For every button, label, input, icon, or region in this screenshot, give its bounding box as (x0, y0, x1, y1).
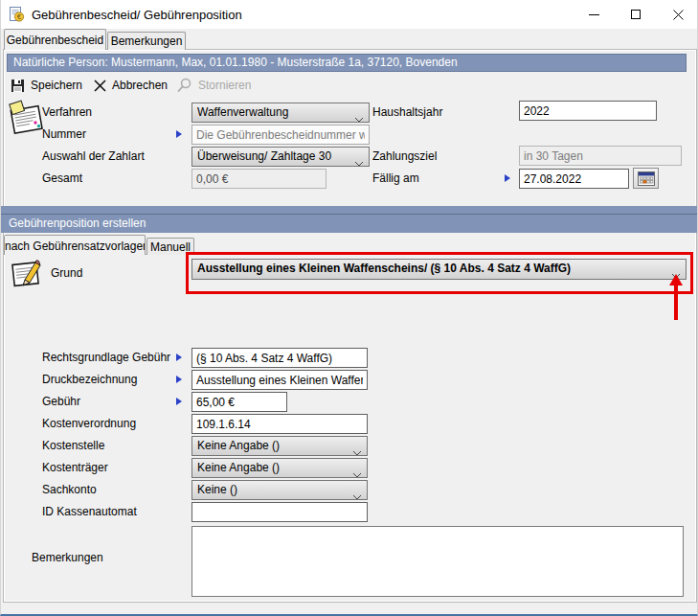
druckbezeichnung-label: Druckbezeichnung (42, 373, 137, 386)
tab-nach-gebuehrensatzvorlagen[interactable]: nach Gebührensatzvorlagen (4, 235, 146, 255)
blue-right-arrow-marker (176, 130, 182, 138)
rechtsgrundlage-field[interactable] (191, 348, 368, 368)
storno-button[interactable]: Stornieren (173, 75, 255, 96)
blue-right-arrow-marker (176, 354, 182, 361)
section-divider-strip (1, 206, 698, 215)
notepad-pencil-icon (9, 255, 45, 295)
tab-bemerkungen[interactable]: Bemerkungen (107, 32, 186, 50)
save-label: Speichern (31, 79, 82, 92)
tab-label: Manuell (150, 240, 191, 254)
zahlart-value: Überweisung/ Zahltage 30 (197, 149, 331, 163)
zahlart-combobox[interactable]: Überweisung/ Zahltage 30 (191, 147, 370, 167)
app-window: € Gebührenbescheid/ Gebührenposition Geb… (0, 0, 698, 616)
window-title: Gebührenbescheid/ Gebührenposition (32, 8, 242, 22)
nummer-label: Nummer (42, 127, 86, 141)
title-bar: € Gebührenbescheid/ Gebührenposition (1, 0, 697, 29)
chevron-down-icon (352, 466, 362, 478)
person-header-bar: Natürliche Person: Mustermann, Max, 01.0… (7, 54, 687, 72)
minimize-icon (589, 10, 599, 20)
minimize-button[interactable] (573, 0, 615, 29)
close-button[interactable] (657, 0, 698, 29)
gebuehr-field[interactable] (191, 392, 287, 412)
sachkonto-label: Sachkonto (42, 483, 97, 496)
cancel-label: Abbrechen (112, 79, 168, 92)
save-button[interactable]: Speichern (7, 75, 86, 96)
kostentraeger-combobox[interactable]: Keine Angabe () (191, 458, 368, 478)
sachkonto-combobox[interactable]: Keine () (191, 480, 368, 500)
id-kassenautomat-field[interactable] (191, 502, 368, 522)
x-icon (94, 80, 106, 92)
blue-right-arrow-marker (176, 398, 182, 405)
euro-document-icon: € (9, 7, 25, 26)
blue-right-arrow-marker (505, 174, 510, 182)
calendar-icon (638, 171, 655, 186)
svg-text:€: € (17, 12, 22, 21)
kostenstelle-value: Keine Angabe () (197, 439, 280, 452)
note-with-sticky-icon (6, 99, 46, 143)
haushaltsjahr-label: Haushaltsjahr (372, 105, 442, 119)
kostenverordnung-label: Kostenverordnung (42, 417, 136, 430)
zahlungsziel-label: Zahlungsziel (372, 149, 437, 163)
blue-right-arrow-marker (176, 376, 182, 383)
verfahren-value: Waffenverwaltung (197, 105, 288, 119)
faellig-am-field[interactable] (519, 169, 629, 189)
tab-label: Gebührenbescheid (7, 34, 103, 47)
section-header: Gebührenposition erstellen (1, 215, 698, 233)
highlight-arrow-shaft (674, 285, 678, 320)
tab-gebuehrenbescheid[interactable]: Gebührenbescheid (4, 29, 106, 50)
nummer-field[interactable] (191, 125, 370, 145)
rechtsgrundlage-label: Rechtsgrundlage Gebühr (42, 351, 170, 364)
kostenstelle-label: Kostenstelle (42, 439, 104, 452)
zahlart-label: Auswahl der Zahlart (42, 149, 145, 163)
verfahren-combobox[interactable]: Waffenverwaltung (191, 103, 370, 123)
haushaltsjahr-field[interactable] (519, 101, 657, 121)
kostentraeger-value: Keine Angabe () (197, 461, 280, 474)
maximize-button[interactable] (615, 0, 657, 29)
cancel-button[interactable]: Abbrechen (90, 75, 171, 96)
kostenstelle-combobox[interactable]: Keine Angabe () (191, 436, 368, 456)
zahlungsziel-field[interactable] (519, 146, 682, 166)
tab-label: Bemerkungen (111, 34, 183, 48)
floppy-disk-icon (11, 79, 25, 93)
storno-label: Stornieren (198, 79, 251, 92)
magnifier-icon (177, 78, 192, 93)
gesamt-label: Gesamt (42, 171, 82, 185)
tab-label: nach Gebührensatzvorlagen (5, 240, 146, 253)
id-kassenautomat-label: ID Kassenautomat (42, 505, 137, 518)
druckbezeichnung-field[interactable] (191, 370, 368, 390)
bemerkungen-textarea[interactable] (191, 526, 684, 597)
sachkonto-value: Keine () (197, 483, 237, 496)
maximize-icon (631, 10, 641, 19)
kostentraeger-label: Kostenträger (42, 461, 108, 474)
verfahren-label: Verfahren (42, 105, 92, 119)
close-icon (673, 10, 684, 20)
chevron-down-icon (352, 488, 362, 500)
grund-label: Grund (51, 266, 82, 280)
calendar-button[interactable] (633, 168, 659, 189)
kostenverordnung-field[interactable] (191, 414, 368, 434)
gesamt-field[interactable] (191, 169, 326, 189)
chevron-down-icon (352, 444, 362, 456)
chevron-down-icon (354, 110, 364, 123)
highlight-rectangle (186, 252, 693, 294)
chevron-down-icon (354, 154, 364, 167)
faellig-am-label: Fällig am (372, 171, 419, 185)
bemerkungen-label: Bemerkungen (32, 551, 103, 564)
gebuehr-label: Gebühr (42, 395, 80, 408)
